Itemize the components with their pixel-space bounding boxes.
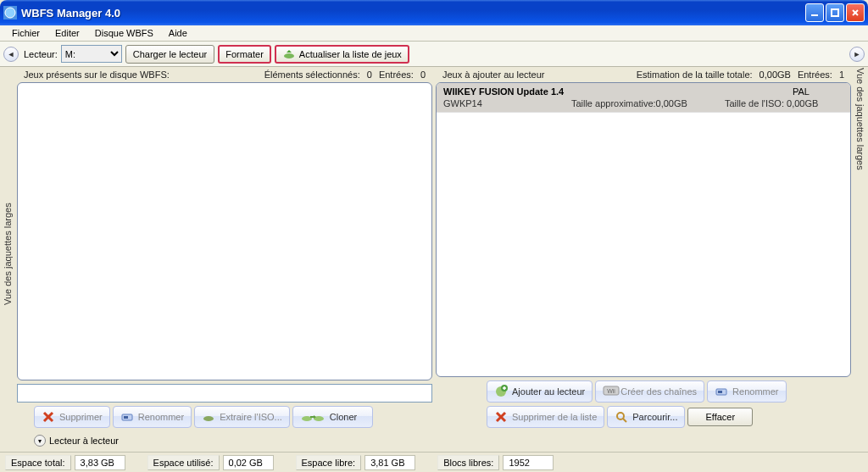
menu-disque-wbfs[interactable]: Disque WBFS xyxy=(88,26,160,40)
size-est-val: 0,00GB xyxy=(760,69,791,80)
svg-rect-2 xyxy=(832,9,838,16)
size-est-label: Estimation de la taille totale: xyxy=(637,69,753,80)
game-title: WIIKEY FUSION Update 1.4 xyxy=(443,86,793,97)
menu-aide[interactable]: Aide xyxy=(162,26,194,40)
refresh-list-button[interactable]: Actualiser la liste de jeux xyxy=(275,45,409,64)
delete-button[interactable]: Supprimer xyxy=(34,406,110,428)
minimize-button[interactable] xyxy=(805,3,824,22)
menu-editer[interactable]: Editer xyxy=(48,26,86,40)
browse-button[interactable]: Parcourir... xyxy=(607,406,685,428)
browse-icon xyxy=(615,410,628,424)
rename-icon xyxy=(120,410,134,424)
total-space-val: 3,83 GB xyxy=(75,455,125,470)
game-id: GWKP14 xyxy=(443,98,571,108)
add-to-drive-button[interactable]: Ajouter au lecteur xyxy=(487,380,593,403)
extract-iso-button[interactable]: Extraire l'ISO... xyxy=(194,406,290,428)
add-icon xyxy=(494,385,508,398)
svg-line-22 xyxy=(623,419,626,422)
right-entries-count: 1 xyxy=(839,69,844,80)
svg-point-5 xyxy=(284,53,294,58)
chevron-down-icon: ▾ xyxy=(34,435,46,447)
delete-icon xyxy=(494,410,508,424)
free-blocks-val: 1952 xyxy=(503,455,554,470)
free-space-val: 3,81 GB xyxy=(364,455,415,470)
svg-point-0 xyxy=(5,8,15,18)
drive-label: Lecteur: xyxy=(24,49,58,59)
refresh-icon xyxy=(282,48,296,60)
rename-icon xyxy=(715,385,728,398)
left-selected-label: Éléments sélectionnés: xyxy=(264,69,360,80)
game-region: PAL xyxy=(793,86,843,97)
used-space-label: Espace utilisé: xyxy=(147,455,220,470)
format-button[interactable]: Formater xyxy=(218,45,271,64)
svg-point-10 xyxy=(203,416,214,421)
iso-label: Taille de l'ISO: xyxy=(725,98,784,108)
left-game-list[interactable] xyxy=(17,82,432,380)
free-space-label: Espace libre: xyxy=(296,455,362,470)
menu-fichier[interactable]: Fichier xyxy=(5,26,47,40)
remove-from-list-button[interactable]: Supprimer de la liste xyxy=(487,406,604,428)
maximize-button[interactable] xyxy=(826,3,844,22)
svg-rect-18 xyxy=(718,391,722,393)
create-channels-button[interactable]: Wii Créer des chaînes xyxy=(595,380,704,403)
right-cover-tab[interactable]: Vue des jaquettes larges xyxy=(853,59,868,314)
right-panel: Jeux à ajouter au lecteur Estimation de … xyxy=(436,67,851,428)
right-panel-title: Jeux à ajouter au lecteur xyxy=(442,69,630,80)
titlebar: WBFS Manager 4.0 xyxy=(0,0,868,25)
wii-icon: Wii xyxy=(603,385,616,398)
window-title: WBFS Manager 4.0 xyxy=(21,7,805,19)
rename-right-button[interactable]: Renommer xyxy=(707,380,786,403)
clone-icon xyxy=(300,410,326,424)
left-entries-count: 0 xyxy=(420,69,426,80)
svg-point-21 xyxy=(617,413,624,419)
left-panel: Jeux présents sur le disque WBFS: Élémen… xyxy=(17,67,432,428)
statusbar: Espace total: 3,83 GB Espace utilisé: 0,… xyxy=(0,452,868,472)
extract-icon xyxy=(202,410,215,424)
clone-button[interactable]: Cloner xyxy=(292,406,373,428)
svg-rect-1 xyxy=(811,14,818,16)
approx-label: Taille approximative: xyxy=(571,98,656,108)
list-item[interactable]: WIIKEY FUSION Update 1.4 PAL GWKP14 Tail… xyxy=(437,83,850,113)
left-panel-title: Jeux présents sur le disque WBFS: xyxy=(24,69,258,80)
load-drive-button[interactable]: Charger le lecteur xyxy=(125,45,214,64)
approx-val: 0,00GB xyxy=(656,98,687,108)
right-entries-label: Entrées: xyxy=(798,69,832,80)
iso-val: 0,00GB xyxy=(787,98,818,108)
free-blocks-label: Blocs libres: xyxy=(437,455,499,470)
app-icon xyxy=(3,6,17,19)
delete-icon xyxy=(42,410,55,424)
left-entries-label: Entrées: xyxy=(379,69,414,80)
menubar: Fichier Editer Disque WBFS Aide xyxy=(0,25,868,42)
total-space-label: Espace total: xyxy=(5,455,71,470)
svg-rect-9 xyxy=(124,416,128,419)
left-cover-tab[interactable]: Vue des jaquettes larges xyxy=(0,59,15,314)
right-game-list[interactable]: WIIKEY FUSION Update 1.4 PAL GWKP14 Tail… xyxy=(436,82,851,377)
main-area: Jeux présents sur le disque WBFS: Élémen… xyxy=(17,67,851,428)
used-space-val: 0,02 GB xyxy=(223,455,274,470)
left-selected-count: 0 xyxy=(367,69,372,80)
svg-text:Wii: Wii xyxy=(607,388,615,394)
drive-to-drive-expander[interactable]: ▾ Lecteur à lecteur xyxy=(34,435,119,447)
clear-button[interactable]: Effacer xyxy=(687,408,753,426)
toolbar: ◄ Lecteur: M: Charger le lecteur Formate… xyxy=(0,42,868,67)
rename-left-button[interactable]: Renommer xyxy=(113,406,192,428)
filter-input[interactable] xyxy=(17,384,432,403)
close-button[interactable] xyxy=(846,3,865,22)
drive-select[interactable]: M: xyxy=(61,45,122,63)
